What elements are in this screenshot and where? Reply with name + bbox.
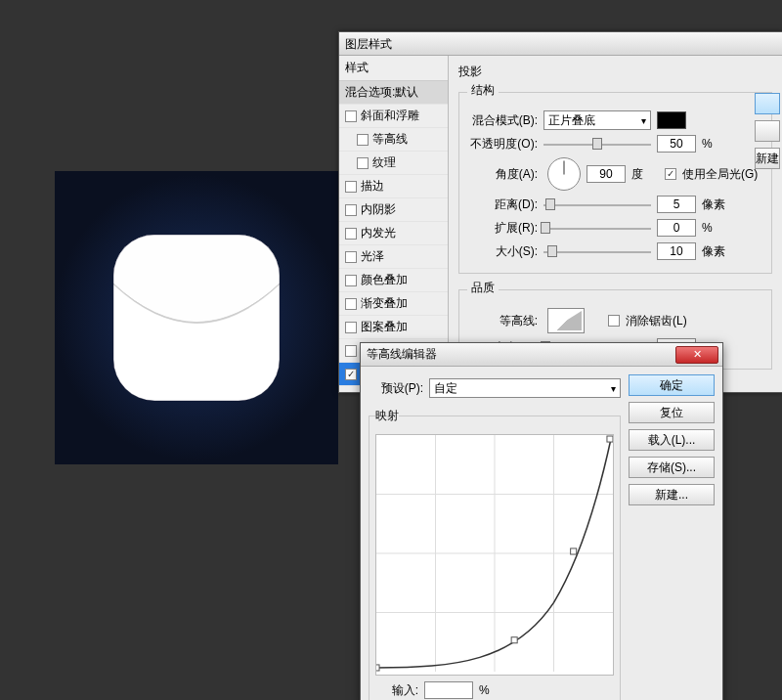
opacity-slider[interactable] <box>543 137 651 151</box>
spread-slider[interactable] <box>543 221 651 235</box>
svg-rect-15 <box>607 436 613 442</box>
style-checkbox-outerGlow[interactable] <box>345 345 357 357</box>
contour-curve-canvas[interactable] <box>375 434 614 676</box>
opacity-unit: % <box>702 137 729 151</box>
style-item-stroke[interactable]: 描边 <box>339 175 448 198</box>
cancel-button-stub[interactable] <box>755 120 780 142</box>
styles-header[interactable]: 样式 <box>339 56 448 81</box>
style-checkbox-colorOverlay[interactable] <box>345 275 357 286</box>
style-checkbox-gradOverlay[interactable] <box>345 298 357 310</box>
angle-unit: 度 <box>631 166 659 183</box>
style-checkbox-contourSub[interactable] <box>357 134 369 146</box>
layer-style-dialog: 图层样式 样式 混合选项:默认斜面和浮雕等高线纹理描边内阴影内发光光泽颜色叠加渐… <box>338 31 782 393</box>
style-item-satin[interactable]: 光泽 <box>339 245 448 269</box>
contour-editor-titlebar[interactable]: 等高线编辑器 ✕ <box>361 343 722 367</box>
quality-legend: 品质 <box>467 280 499 296</box>
angle-label: 角度(A): <box>467 166 538 183</box>
contour-picker[interactable] <box>547 308 585 333</box>
style-checkbox-stroke[interactable] <box>345 181 357 193</box>
style-checkbox-dropShadow[interactable] <box>345 369 357 380</box>
style-label: 内阴影 <box>361 201 396 218</box>
reset-button[interactable]: 复位 <box>629 402 715 423</box>
size-label: 大小(S): <box>467 243 538 260</box>
distance-slider[interactable] <box>543 197 651 211</box>
style-label: 颜色叠加 <box>361 272 408 288</box>
shadow-color-swatch[interactable] <box>657 111 686 129</box>
panel-title: 投影 <box>458 64 772 80</box>
distance-label: 距离(D): <box>467 197 538 213</box>
style-checkbox-satin[interactable] <box>345 251 357 263</box>
spread-label: 扩展(R): <box>467 220 538 237</box>
style-item-colorOverlay[interactable]: 颜色叠加 <box>339 269 448 292</box>
style-checkbox-innerGlow[interactable] <box>345 228 357 240</box>
style-label: 图案叠加 <box>361 319 408 335</box>
new-style-button-stub[interactable]: 新建 <box>755 148 780 169</box>
antialias-checkbox[interactable] <box>608 315 620 327</box>
distance-unit: 像素 <box>702 197 729 213</box>
angle-dial[interactable] <box>547 157 581 191</box>
right-button-stub: 新建 <box>755 87 782 175</box>
style-checkbox-textureSub[interactable] <box>357 157 369 169</box>
style-label: 内发光 <box>361 225 396 241</box>
size-slider[interactable] <box>543 244 651 258</box>
preset-value: 自定 <box>434 380 457 397</box>
load-button[interactable]: 载入(L)... <box>629 429 715 451</box>
layer-style-titlebar[interactable]: 图层样式 <box>339 32 782 56</box>
style-label: 光泽 <box>361 248 384 265</box>
preset-select[interactable]: 自定 ▾ <box>429 378 621 398</box>
style-label: 渐变叠加 <box>361 295 408 312</box>
save-button[interactable]: 存储(S)... <box>629 457 715 478</box>
style-label: 等高线 <box>372 131 408 148</box>
ok-button-stub[interactable] <box>755 93 780 114</box>
style-item-bevel[interactable]: 斜面和浮雕 <box>339 105 448 128</box>
spread-unit: % <box>702 221 729 235</box>
caret-down-icon: ▾ <box>611 383 616 394</box>
antialias-label: 消除锯齿(L) <box>626 313 687 329</box>
structure-fieldset: 结构 混合模式(B): 正片叠底 ▾ 不透明度(O): 50 % 角 <box>458 84 772 274</box>
style-item-gradOverlay[interactable]: 渐变叠加 <box>339 292 448 316</box>
caret-down-icon: ▾ <box>641 115 646 126</box>
style-checkbox-pattOverlay[interactable] <box>345 322 357 333</box>
blending-options-default[interactable]: 混合选项:默认 <box>339 81 448 105</box>
style-item-innerShadow[interactable]: 内阴影 <box>339 198 448 222</box>
spread-value[interactable]: 0 <box>657 219 696 237</box>
style-item-contourSub[interactable]: 等高线 <box>339 128 448 152</box>
style-label: 斜面和浮雕 <box>361 108 419 124</box>
distance-value[interactable]: 5 <box>657 196 696 213</box>
contour-editor-dialog: 等高线编辑器 ✕ 预设(P): 自定 ▾ 映射 <box>360 342 723 700</box>
svg-rect-14 <box>571 548 577 554</box>
global-light-checkbox[interactable] <box>665 168 676 180</box>
contour-label: 等高线: <box>467 313 538 329</box>
ok-button[interactable]: 确定 <box>629 374 715 396</box>
mapping-fieldset: 映射 输入: <box>369 408 621 700</box>
blendmode-label: 混合模式(B): <box>467 112 538 129</box>
svg-rect-12 <box>376 665 379 671</box>
opacity-value[interactable]: 50 <box>657 135 696 153</box>
mapping-legend: 映射 <box>375 408 399 424</box>
style-item-textureSub[interactable]: 纹理 <box>339 152 448 175</box>
preset-label: 预设(P): <box>369 380 423 397</box>
svg-rect-13 <box>511 637 517 643</box>
input-percent: % <box>479 683 490 697</box>
design-canvas <box>55 171 338 464</box>
opacity-label: 不透明度(O): <box>467 136 538 153</box>
style-checkbox-bevel[interactable] <box>345 110 357 122</box>
style-item-innerGlow[interactable]: 内发光 <box>339 222 448 245</box>
style-label: 纹理 <box>372 154 396 171</box>
blendmode-select[interactable]: 正片叠底 ▾ <box>543 110 651 130</box>
input-label: 输入: <box>375 682 418 699</box>
envelope-icon <box>109 230 284 406</box>
structure-legend: 结构 <box>467 82 499 99</box>
new-button[interactable]: 新建... <box>629 484 715 505</box>
close-icon[interactable]: ✕ <box>675 346 718 364</box>
global-light-label: 使用全局光(G) <box>682 166 758 183</box>
input-value[interactable] <box>424 681 473 699</box>
contour-editor-title: 等高线编辑器 <box>367 346 437 363</box>
size-value[interactable]: 10 <box>657 242 696 260</box>
style-item-pattOverlay[interactable]: 图案叠加 <box>339 316 448 339</box>
blendmode-value: 正片叠底 <box>548 112 595 129</box>
style-checkbox-innerShadow[interactable] <box>345 204 357 216</box>
size-unit: 像素 <box>702 243 729 260</box>
style-label: 描边 <box>361 178 384 195</box>
angle-value[interactable]: 90 <box>586 165 626 183</box>
